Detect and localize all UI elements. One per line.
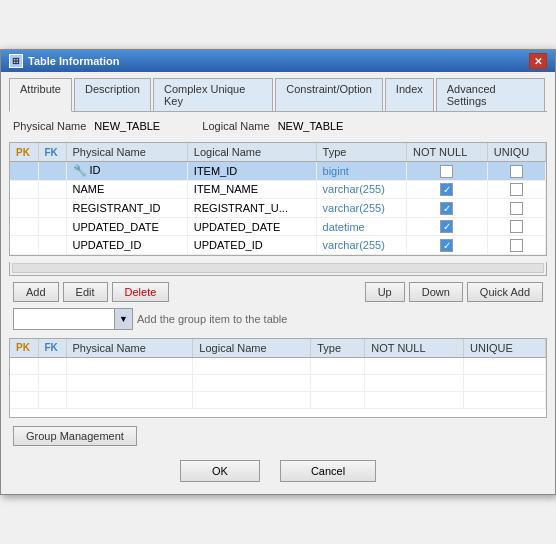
cell-unique [487, 199, 545, 218]
group-col-header-physical-name: Physical Name [66, 339, 193, 358]
group-dropdown[interactable]: ▼ [13, 308, 133, 330]
group-col-header-logical-name: Logical Name [193, 339, 311, 358]
unique-checkbox[interactable] [510, 183, 523, 196]
group-management-button[interactable]: Group Management [13, 426, 137, 446]
cell-logical-name: ITEM_ID [187, 162, 316, 181]
window-title: Table Information [28, 55, 119, 67]
cell-pk [10, 162, 38, 181]
cell-logical-name: ITEM_NAME [187, 180, 316, 199]
main-content: Attribute Description Complex Unique Key… [1, 72, 555, 494]
close-button[interactable]: ✕ [529, 53, 547, 69]
group-hint-text: Add the group item to the table [137, 313, 287, 325]
cell-not-null [407, 162, 488, 181]
cell-fk [38, 236, 66, 255]
group-table-row [10, 374, 546, 391]
delete-button[interactable]: Delete [112, 282, 170, 302]
action-buttons-row: Add Edit Delete Up Down Quick Add [9, 282, 547, 302]
logical-name-label: Logical Name [202, 120, 269, 132]
unique-checkbox[interactable] [510, 220, 523, 233]
table-row[interactable]: REGISTRANT_ID REGISTRANT_U... varchar(25… [10, 199, 546, 218]
cell-physical-name: REGISTRANT_ID [66, 199, 187, 218]
group-table-container[interactable]: PK FK Physical Name Logical Name Type NO… [9, 338, 547, 418]
cell-pk [10, 180, 38, 199]
cell-fk [38, 180, 66, 199]
table-row[interactable]: UPDATED_DATE UPDATED_DATE datetime [10, 217, 546, 236]
cell-physical-name: 🔧 ID [66, 162, 187, 181]
cell-logical-name: REGISTRANT_U... [187, 199, 316, 218]
group-management-row: Group Management [9, 426, 547, 446]
table-row[interactable]: 🔧 ID ITEM_ID bigint [10, 162, 546, 181]
tab-index[interactable]: Index [385, 78, 434, 111]
not-null-checkbox[interactable] [440, 220, 453, 233]
cancel-button[interactable]: Cancel [280, 460, 376, 482]
col-header-fk: FK [38, 143, 66, 162]
tab-constraint-option[interactable]: Constraint/Option [275, 78, 383, 111]
cell-pk [10, 199, 38, 218]
cell-physical-name: UPDATED_DATE [66, 217, 187, 236]
table-row[interactable]: UPDATED_ID UPDATED_ID varchar(255) [10, 236, 546, 255]
group-col-header-unique: UNIQUE [464, 339, 546, 358]
quick-add-button[interactable]: Quick Add [467, 282, 543, 302]
unique-checkbox[interactable] [510, 165, 523, 178]
cell-pk [10, 236, 38, 255]
unique-checkbox[interactable] [510, 239, 523, 252]
cell-fk [38, 217, 66, 236]
logical-name-value: NEW_TABLE [278, 120, 358, 132]
cell-fk [38, 199, 66, 218]
edit-button[interactable]: Edit [63, 282, 108, 302]
tab-bar: Attribute Description Complex Unique Key… [9, 78, 547, 112]
add-button[interactable]: Add [13, 282, 59, 302]
attribute-table-container[interactable]: PK FK Physical Name Logical Name Type NO… [9, 142, 547, 256]
group-col-header-not-null: NOT NULL [365, 339, 464, 358]
wrench-icon: 🔧 [73, 164, 87, 176]
cell-unique [487, 162, 545, 181]
horizontal-scrollbar[interactable] [9, 262, 547, 276]
group-col-header-fk: FK [38, 339, 66, 358]
cell-logical-name: UPDATED_DATE [187, 217, 316, 236]
cell-fk [38, 162, 66, 181]
not-null-checkbox[interactable] [440, 165, 453, 178]
cell-pk [10, 217, 38, 236]
tab-description[interactable]: Description [74, 78, 151, 111]
col-header-unique: UNIQU [487, 143, 545, 162]
col-header-not-null: NOT NULL [407, 143, 488, 162]
attribute-table: PK FK Physical Name Logical Name Type NO… [10, 143, 546, 255]
window-icon: ⊞ [9, 54, 23, 68]
group-table-row [10, 357, 546, 374]
group-table-row [10, 391, 546, 408]
table-row[interactable]: NAME ITEM_NAME varchar(255) [10, 180, 546, 199]
cell-type: varchar(255) [316, 199, 407, 218]
cell-not-null [407, 217, 488, 236]
tab-complex-unique-key[interactable]: Complex Unique Key [153, 78, 273, 111]
cell-unique [487, 217, 545, 236]
not-null-checkbox[interactable] [440, 183, 453, 196]
not-null-checkbox[interactable] [440, 202, 453, 215]
tab-attribute[interactable]: Attribute [9, 78, 72, 112]
cell-type: varchar(255) [316, 180, 407, 199]
group-col-header-type: Type [311, 339, 365, 358]
up-button[interactable]: Up [365, 282, 405, 302]
col-header-pk: PK [10, 143, 38, 162]
cell-type: datetime [316, 217, 407, 236]
col-header-physical-name: Physical Name [66, 143, 187, 162]
not-null-checkbox[interactable] [440, 239, 453, 252]
cell-physical-name: NAME [66, 180, 187, 199]
title-bar-left: ⊞ Table Information [9, 54, 119, 68]
cell-logical-name: UPDATED_ID [187, 236, 316, 255]
bottom-buttons-row: OK Cancel [9, 456, 547, 486]
col-header-type: Type [316, 143, 407, 162]
cell-unique [487, 180, 545, 199]
cell-type: varchar(255) [316, 236, 407, 255]
physical-name-label: Physical Name [13, 120, 86, 132]
cell-not-null [407, 236, 488, 255]
tab-advanced-settings[interactable]: Advanced Settings [436, 78, 545, 111]
cell-not-null [407, 180, 488, 199]
unique-checkbox[interactable] [510, 202, 523, 215]
scroll-track[interactable] [12, 263, 544, 273]
down-button[interactable]: Down [409, 282, 463, 302]
col-header-logical-name: Logical Name [187, 143, 316, 162]
title-bar: ⊞ Table Information ✕ [1, 50, 555, 72]
ok-button[interactable]: OK [180, 460, 260, 482]
name-row: Physical Name NEW_TABLE Logical Name NEW… [9, 120, 547, 132]
dropdown-arrow-icon[interactable]: ▼ [114, 309, 132, 329]
